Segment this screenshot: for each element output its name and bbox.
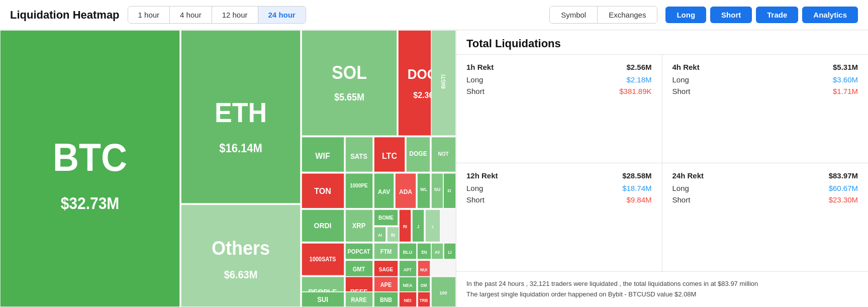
- om-cell[interactable]: OM: [418, 277, 430, 292]
- short-button[interactable]: Short: [710, 7, 752, 23]
- svg-rect-83: [418, 260, 430, 276]
- ri-cell[interactable]: RI: [399, 210, 411, 242]
- ltc-cell[interactable]: LTC: [374, 137, 405, 172]
- bnb-cell[interactable]: BNB: [374, 292, 398, 307]
- heatmap-svg: BTC $32.73M ETH $16.14M SOL $5.65M DOGE …: [0, 30, 456, 307]
- blu-cell[interactable]: BLU: [399, 243, 417, 259]
- en-cell[interactable]: EN: [417, 243, 431, 259]
- time-button-group: 1 hour 4 hour 12 hour 24 hour: [128, 6, 306, 24]
- svg-rect-95: [444, 243, 456, 259]
- svg-rect-25: [302, 173, 344, 209]
- stat-1h: 1h Rekt $2.56M Long $2.18M Short $381.89…: [456, 55, 662, 163]
- stat-24h-long-val: $60.67M: [829, 184, 858, 192]
- apt-cell[interactable]: APT: [399, 260, 417, 276]
- 100-cell[interactable]: 100: [431, 277, 456, 307]
- aav-cell[interactable]: AAV: [374, 173, 394, 209]
- av-cell[interactable]: AV: [431, 243, 443, 259]
- panel-title: Total Liquidations: [466, 37, 561, 50]
- svg-rect-27: [345, 173, 373, 209]
- svg-rect-97: [399, 210, 411, 242]
- others-cell[interactable]: Others $6.63M: [181, 204, 301, 307]
- svg-rect-91: [417, 243, 431, 259]
- eth-cell[interactable]: ETH $16.14M: [181, 30, 301, 203]
- time-btn-4hour[interactable]: 4 hour: [170, 7, 212, 23]
- stat-12h-long-val: $18.74M: [622, 184, 651, 192]
- wif-cell[interactable]: WIF: [302, 137, 344, 172]
- nea-cell[interactable]: NEA: [399, 277, 417, 292]
- su-cell[interactable]: SU: [431, 173, 443, 209]
- xrp-cell[interactable]: XRP: [345, 210, 373, 242]
- btc-cell[interactable]: BTC $32.73M: [0, 30, 180, 307]
- analytics-button[interactable]: Analytics: [802, 7, 858, 23]
- ton-cell[interactable]: TON: [302, 173, 344, 209]
- sol-cell[interactable]: SOL $5.65M: [302, 30, 397, 136]
- svg-rect-15: [302, 137, 344, 172]
- app-title: Liquidation Heatmap: [10, 9, 120, 22]
- stat-12h: 12h Rekt $28.58M Long $18.74M Short $9.8…: [456, 163, 662, 271]
- popcat-cell[interactable]: POPCAT: [345, 243, 373, 259]
- svg-rect-6: [302, 30, 397, 136]
- nui-cell[interactable]: NUI: [418, 260, 430, 276]
- main-content: BTC $32.73M ETH $16.14M SOL $5.65M DOGE …: [0, 30, 868, 307]
- nei-cell[interactable]: NEI: [399, 292, 417, 307]
- bigti-cell[interactable]: BIGTI: [431, 30, 456, 136]
- gmt-cell[interactable]: GMT: [345, 260, 373, 276]
- stat-4h-short-val: $1.71M: [833, 87, 858, 95]
- sui-cell[interactable]: SUI: [302, 292, 344, 307]
- stat-4h-long-label: Long: [672, 75, 689, 84]
- svg-rect-47: [302, 243, 344, 276]
- svg-rect-71: [374, 292, 398, 307]
- bi-cell[interactable]: BI: [387, 227, 399, 242]
- 1000pe-cell[interactable]: 1000PE: [345, 173, 373, 209]
- svg-rect-39: [345, 210, 373, 242]
- stat-12h-short-label: Short: [466, 195, 485, 204]
- sage-cell[interactable]: SAGE: [374, 260, 398, 276]
- stats-grid: 1h Rekt $2.56M Long $2.18M Short $381.89…: [456, 55, 868, 271]
- stat-4h-label: 4h Rekt: [672, 63, 700, 71]
- stat-12h-total: $28.58M: [622, 171, 651, 180]
- stat-1h-short-val: $381.89K: [619, 87, 651, 95]
- 1000sats-cell[interactable]: 1000SATS: [302, 243, 344, 276]
- svg-rect-93: [431, 243, 443, 259]
- j-cell[interactable]: J: [412, 210, 424, 242]
- wl-cell[interactable]: WL: [417, 173, 430, 209]
- summary-line2: The largest single liquidation order hap…: [466, 289, 858, 300]
- time-btn-24hour[interactable]: 24 hour: [258, 7, 306, 23]
- ordi-cell[interactable]: ORDI: [302, 210, 344, 242]
- one-cell[interactable]: 1: [425, 210, 440, 242]
- rare-cell[interactable]: RARE: [345, 292, 373, 307]
- stat-1h-total: $2.56M: [626, 63, 651, 71]
- time-btn-1hour[interactable]: 1 hour: [128, 7, 170, 23]
- stat-12h-long-label: Long: [466, 184, 483, 192]
- bome-cell[interactable]: BOME: [374, 210, 398, 226]
- stat-12h-short-val: $9.84M: [626, 195, 651, 204]
- ai-cell[interactable]: AI: [374, 227, 386, 242]
- li-cell[interactable]: LI: [444, 243, 456, 259]
- svg-rect-73: [399, 292, 417, 307]
- svg-rect-77: [431, 137, 456, 172]
- exchanges-filter-btn[interactable]: Exchanges: [598, 7, 657, 23]
- svg-rect-75: [431, 30, 456, 136]
- trb-cell[interactable]: TRB: [418, 292, 430, 307]
- sats-cell[interactable]: SATS: [345, 137, 373, 172]
- ape-cell[interactable]: APE: [374, 277, 398, 292]
- stat-24h-label: 24h Rekt: [672, 171, 704, 180]
- stat-1h-long-label: Long: [466, 75, 483, 84]
- stat-1h-short-label: Short: [466, 87, 485, 95]
- doge-small-cell[interactable]: DOGE: [406, 137, 430, 172]
- time-btn-12hour[interactable]: 12 hour: [212, 7, 258, 23]
- header: Liquidation Heatmap 1 hour 4 hour 12 hou…: [0, 0, 868, 30]
- svg-rect-29: [374, 173, 394, 209]
- long-button[interactable]: Long: [665, 7, 706, 23]
- ftm-cell[interactable]: FTM: [374, 243, 398, 259]
- svg-rect-3: [181, 30, 301, 203]
- svg-rect-45: [387, 227, 399, 242]
- stat-1h-long-val: $2.18M: [626, 75, 651, 84]
- stat-24h: 24h Rekt $83.97M Long $60.67M Short $23.…: [662, 163, 869, 271]
- fi-cell[interactable]: FI: [443, 173, 456, 209]
- symbol-filter-btn[interactable]: Symbol: [550, 7, 598, 23]
- svg-rect-65: [399, 277, 417, 292]
- not-cell[interactable]: NOT: [431, 137, 456, 172]
- ada-cell[interactable]: ADA: [395, 173, 416, 209]
- trade-button[interactable]: Trade: [756, 7, 798, 23]
